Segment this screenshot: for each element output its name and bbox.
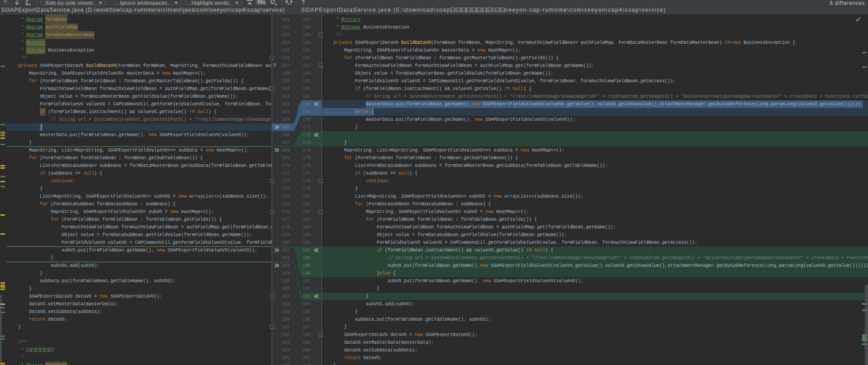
svg-text:?: ?: [302, 0, 305, 5]
svg-text:Z: Z: [25, 0, 29, 5]
